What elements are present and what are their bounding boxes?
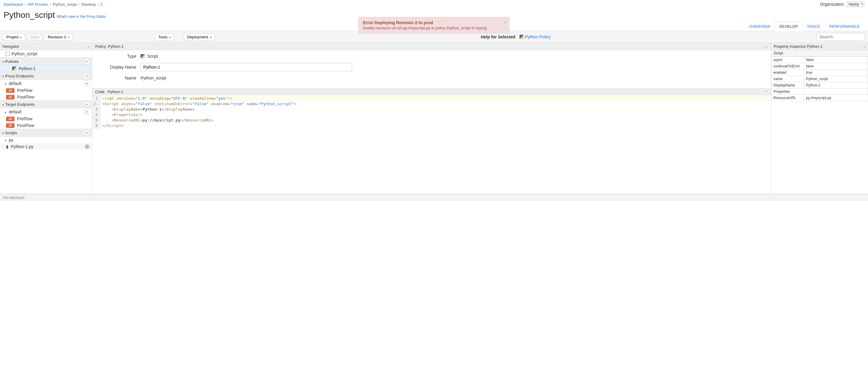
inspector-title: Property Inspector Python-1 <box>774 44 823 49</box>
document-icon <box>5 52 10 56</box>
navigator-root[interactable]: Python_script <box>0 50 92 57</box>
badge-all: All <box>6 117 14 121</box>
inspector-row[interactable]: enabledtrue <box>772 69 868 76</box>
python-icon <box>520 35 524 39</box>
tab-overview[interactable]: OVERVIEW <box>745 22 775 31</box>
organization-select[interactable]: myorg <box>846 1 864 7</box>
deployment-button[interactable]: Deployment <box>184 33 215 41</box>
tab-trace[interactable]: TRACE <box>802 22 825 31</box>
search-input[interactable] <box>817 33 865 41</box>
python-icon <box>141 54 145 58</box>
badge-all: All <box>6 88 14 93</box>
inspector-row[interactable]: Properties <box>772 89 868 95</box>
whats-new-link[interactable]: What's new in the Proxy Editor <box>57 14 106 19</box>
nav-proxy-postflow[interactable]: All PostFlow <box>0 94 92 100</box>
nav-target-default[interactable]: default + <box>0 108 92 116</box>
breadcrumb-name: Python_script <box>53 2 77 7</box>
expand-inspector-icon[interactable]: » <box>864 45 866 49</box>
error-alert: Error Deploying Revision 2 to prod Inval… <box>359 17 509 34</box>
breadcrumb-revision: 2 <box>101 2 103 7</box>
breadcrumb-proxies[interactable]: API Proxies <box>28 2 48 7</box>
help-policy-link[interactable]: Python Policy <box>520 34 551 39</box>
add-proxy-endpoint-button[interactable]: + <box>84 73 89 79</box>
display-name-input[interactable] <box>141 63 352 71</box>
inspector-row[interactable]: ResourceURLpy://myscript.py <box>772 95 868 101</box>
inspector-row[interactable]: continueOnErrorfalse <box>772 63 868 69</box>
add-flow-button[interactable]: + <box>84 81 89 86</box>
add-target-endpoint-button[interactable]: + <box>84 101 89 107</box>
inspector-section: Script <box>771 50 868 57</box>
badge-all: All <box>6 123 14 128</box>
badge-all: All <box>6 95 14 99</box>
status-bar: Not deployed <box>0 194 868 201</box>
close-icon[interactable]: × <box>503 20 506 25</box>
nav-scripts-py[interactable]: py <box>0 136 92 143</box>
revision-button[interactable]: Revision 2 <box>44 33 73 41</box>
breadcrumb-develop: Develop <box>81 2 96 7</box>
code-content[interactable]: <?xml version="1.0" encoding="UTF-8" sta… <box>101 95 771 129</box>
nav-target-preflow[interactable]: All PreFlow <box>0 116 92 122</box>
file-icon: ▮ <box>6 144 8 149</box>
policy-header-title: Policy: Python-1 <box>95 44 124 49</box>
collapse-policy-icon[interactable]: ︽ <box>765 44 768 49</box>
nav-section-policies[interactable]: Policies + <box>0 57 92 65</box>
add-policy-button[interactable]: + <box>84 59 89 64</box>
expand-code-icon[interactable]: ︾ <box>765 90 768 94</box>
nav-section-proxy-endpoints[interactable]: Proxy Endpoints + <box>0 72 92 80</box>
alert-message: Invalid resource url ref py://myscript.p… <box>363 26 500 30</box>
inspector-row[interactable]: namePython_script <box>772 76 868 82</box>
inspector-row[interactable]: DisplayNamePython-1 <box>772 82 868 89</box>
display-name-label: Display Name <box>98 65 141 69</box>
code-label: Code <box>95 90 104 94</box>
nav-policy-python1[interactable]: Python-1 <box>0 65 92 72</box>
delete-script-icon[interactable]: ✕ <box>85 144 89 149</box>
code-editor[interactable]: 1 2 3 4 5 6 <?xml version="1.0" encoding… <box>92 95 771 129</box>
page-title: Python_script <box>4 10 55 20</box>
line-gutter: 1 2 3 4 5 6 <box>92 95 101 129</box>
nav-section-target-endpoints[interactable]: Target Endpoints + <box>0 100 92 108</box>
nav-section-scripts[interactable]: Scripts + <box>0 129 92 136</box>
organization-label: Organization <box>820 2 844 7</box>
add-flow-button[interactable]: + <box>84 109 89 115</box>
add-script-button[interactable]: + <box>84 130 89 135</box>
help-for-selected-label: Help for Selected <box>481 34 515 39</box>
code-name: Python-1 <box>107 90 123 94</box>
alert-title: Error Deploying Revision 2 to prod <box>363 20 500 25</box>
inspector-row[interactable]: asyncfalse <box>772 57 868 63</box>
breadcrumb-dashboard[interactable]: Dashboard <box>4 2 23 7</box>
python-icon <box>12 66 16 71</box>
inspector-table: asyncfalsecontinueOnErrorfalseenabledtru… <box>771 57 868 101</box>
name-value: Python_script <box>141 75 166 81</box>
type-value: Script <box>147 54 158 59</box>
breadcrumb-sep: / <box>25 2 26 7</box>
nav-target-postflow[interactable]: All PostFlow <box>0 122 92 129</box>
tab-performance[interactable]: PERFORMANCE <box>825 22 864 31</box>
name-label: Name <box>98 75 141 81</box>
nav-proxy-default[interactable]: default + <box>0 80 92 87</box>
tools-button[interactable]: Tools <box>155 33 174 41</box>
collapse-navigator-icon[interactable]: « <box>88 45 89 49</box>
nav-script-file[interactable]: ▮ Python-1.py ✕ <box>0 143 92 150</box>
breadcrumb: Dashboard / API Proxies / Python_script … <box>4 2 103 7</box>
save-button[interactable]: Save <box>27 33 42 41</box>
tab-develop[interactable]: DEVELOP <box>775 22 802 31</box>
nav-proxy-preflow[interactable]: All PreFlow <box>0 87 92 94</box>
navigator-title: Navigator <box>2 44 19 49</box>
project-button[interactable]: Project <box>3 33 25 41</box>
type-label: Type <box>98 54 141 59</box>
